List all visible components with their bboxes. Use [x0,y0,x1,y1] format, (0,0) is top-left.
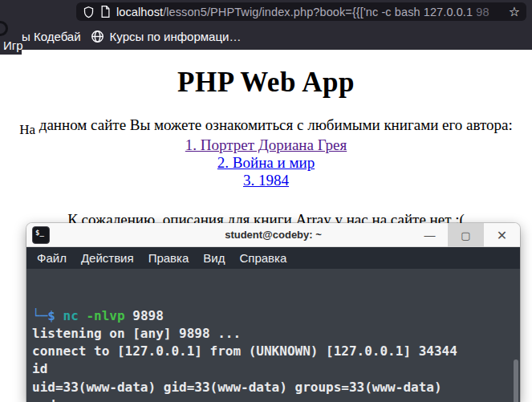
terminal-line: listening on [any] 9898 ... [32,325,520,343]
url-text: localhost/lesson5/PHPTwig/index.php?book… [116,6,500,18]
intro-rest: данном сайте Вы можете ознакомиться с лю… [35,116,513,133]
terminal-line: └─$ nc -nlvp 9898 [32,307,520,325]
book-link[interactable]: 2. Война и мир [0,154,532,172]
book-link[interactable]: 1. Портрет Дориана Грея [0,136,532,154]
browser-toolbar: localhost/lesson5/PHPTwig/index.php?book… [0,0,532,22]
maximize-button[interactable]: ▢ [448,223,484,247]
book-links: 1. Портрет Дориана Грея 2. Война и мир 3… [0,136,532,189]
menu-help[interactable]: Справка [232,251,294,265]
terminal-line: id [32,360,520,378]
menu-actions[interactable]: Действия [74,251,141,265]
intro-lead: На [19,122,35,137]
page-icon [100,6,111,18]
book-link[interactable]: 3. 1984 [0,172,532,189]
url-path: /lesson5/PHPTwig/index.php?book={{['nc -… [163,6,476,18]
url-tail: 98 [476,6,489,18]
terminal-line: pwd [32,396,520,402]
menu-file[interactable]: Файл [30,251,74,265]
url-bar[interactable]: localhost/lesson5/PHPTwig/index.php?book… [76,2,526,21]
close-button[interactable]: ✕ [484,223,520,247]
intro-text: На данном сайте Вы можете ознакомиться с… [0,116,532,134]
screen: localhost/lesson5/PHPTwig/index.php?book… [0,0,532,402]
terminal-line: connect to [127.0.0.1] from (UNKNOWN) [1… [32,343,520,360]
bookmarks-bar: ы Кодебай Курсы по информаци… [0,22,532,50]
terminal-window: $_ student@codeby: ~ — ▢ ✕ Файл Действия… [26,223,520,402]
bookmark-label: ы Кодебай [22,30,81,43]
bookmark-item-kodebay[interactable]: ы Кодебай [22,30,86,43]
terminal-menubar: Файл Действия Правка Вид Справка [26,247,520,269]
bookmark-label-fragment: Игр [3,39,23,52]
minimize-button[interactable]: — [412,223,448,247]
terminal-line: uid=33(www-data) gid=33(www-data) groups… [32,379,520,396]
globe-icon [91,30,104,43]
url-domain: localhost [116,6,163,18]
shield-icon [83,6,95,18]
terminal-titlebar[interactable]: $_ student@codeby: ~ — ▢ ✕ [26,223,520,247]
bookmark-star-icon[interactable]: ☆ [506,6,520,18]
terminal-output: └─$ nc -nlvp 9898listening on [any] 9898… [26,269,520,402]
page-title: PHP Web App [0,67,532,99]
menu-view[interactable]: Вид [196,251,232,265]
bookmark-label: Курсы по информаци… [110,30,242,43]
menu-edit[interactable]: Правка [141,251,197,265]
terminal-scrollbar-thumb[interactable] [514,359,518,402]
terminal-app-icon: $_ [32,226,50,244]
bookmark-item-courses[interactable]: Курсы по информаци… [86,30,246,43]
window-controls: — ▢ ✕ [412,223,520,247]
